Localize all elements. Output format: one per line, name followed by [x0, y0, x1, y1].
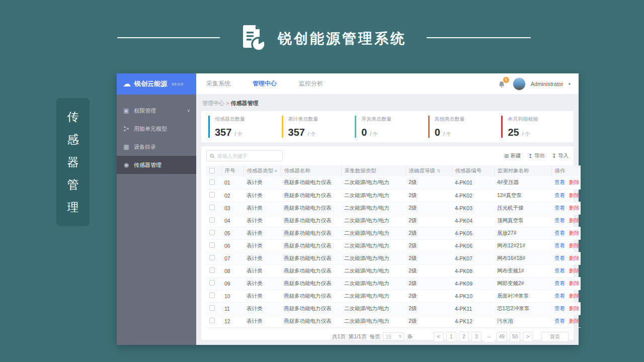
table-row: 08 表计类 燕赵多功能电力仪表 二次能源/电力/电力 2级 4-PK08 网布…	[206, 264, 581, 277]
app-logo-name: 锐创云能源	[134, 79, 167, 88]
user-name[interactable]: Administrator	[531, 81, 564, 87]
topnav-item[interactable]: 管理中心	[253, 79, 277, 88]
cell-no: 10	[221, 290, 244, 302]
cell-accuracy: 2级	[406, 252, 452, 264]
view-link[interactable]: 查看	[554, 255, 565, 261]
row-checkbox[interactable]	[209, 267, 215, 273]
vertical-tab-char: 管	[67, 179, 79, 191]
delete-link[interactable]: 删除	[569, 318, 580, 324]
page-number-button[interactable]: 50	[510, 332, 520, 342]
cell-target-name: 芯1芯2冲浆泵	[494, 302, 551, 315]
view-link[interactable]: 查看	[554, 205, 565, 211]
topnav-item[interactable]: 采集系统	[206, 79, 230, 88]
toolbar-button[interactable]: ↥ 导出	[528, 152, 545, 159]
delete-link[interactable]: 删除	[569, 242, 580, 248]
toolbar-button[interactable]: ⊞ 新建	[504, 152, 521, 159]
sort-icon[interactable]: ⇅	[437, 168, 441, 173]
sidebar-item[interactable]: ▣ 权限管理 ∨	[117, 102, 196, 120]
view-link[interactable]: 查看	[554, 280, 565, 286]
cell-accuracy: 2级	[406, 290, 452, 302]
toolbar-button[interactable]: ↧ 导入	[552, 152, 569, 159]
row-checkbox[interactable]	[209, 280, 215, 286]
view-link[interactable]: 查看	[554, 179, 565, 185]
vertical-tab-char: 器	[67, 156, 79, 168]
avatar[interactable]	[513, 77, 526, 90]
breadcrumb-separator: >	[226, 100, 229, 106]
table-row: 06 表计类 燕赵多功能电力仪表 二次能源/电力/电力 2级 4-PK06 网布…	[206, 239, 581, 252]
view-link[interactable]: 查看	[554, 267, 565, 274]
share-nodes-icon	[123, 126, 130, 132]
delete-link[interactable]: 删除	[569, 179, 580, 185]
banner-rule-left	[117, 37, 220, 38]
delete-link[interactable]: 删除	[569, 217, 580, 223]
cell-no: 06	[221, 239, 244, 252]
view-link[interactable]: 查看	[554, 230, 565, 236]
delete-link[interactable]: 删除	[569, 230, 580, 236]
delete-link[interactable]: 删除	[569, 293, 580, 299]
per-page-stepper-icon[interactable]: ⇅	[398, 334, 402, 339]
page-number-button[interactable]: 1	[446, 332, 456, 342]
delete-link[interactable]: 删除	[569, 280, 580, 286]
filter-icon[interactable]: ▾	[275, 168, 277, 173]
view-link[interactable]: 查看	[554, 318, 565, 324]
row-checkbox[interactable]	[209, 242, 215, 248]
cell-sensor-name: 燕赵多功能电力仪表	[281, 290, 341, 302]
cell-target-name: 网布16#18#	[494, 252, 551, 264]
next-page-button[interactable]: >	[523, 332, 533, 342]
sidebar-item[interactable]: 用能单元模型 ∨	[117, 120, 196, 138]
cell-data-type: 二次能源/电力/电力	[341, 290, 406, 302]
cell-no: 09	[221, 277, 244, 290]
delete-link[interactable]: 删除	[569, 205, 580, 211]
delete-link[interactable]: 删除	[569, 267, 580, 274]
row-checkbox[interactable]	[209, 205, 215, 210]
cell-sensor-code: 4-PK09	[452, 277, 494, 290]
col-header-target-name: 监测对象名称	[494, 165, 551, 176]
notification-bell-icon[interactable]: 5	[498, 79, 508, 89]
topnav-item[interactable]: 监控分析	[299, 79, 323, 88]
page-number-button[interactable]: 3	[471, 332, 481, 342]
search-input[interactable]	[217, 153, 279, 159]
view-link[interactable]: 查看	[554, 293, 565, 299]
breadcrumb-parent[interactable]: 管理中心	[202, 100, 224, 106]
row-checkbox[interactable]	[209, 305, 215, 311]
view-link[interactable]: 查看	[554, 192, 565, 198]
delete-link[interactable]: 删除	[569, 255, 580, 261]
table-row: 12 表计类 燕赵多功能电力仪表 二次能源/电力/电力 2级 4-PK12 污水…	[206, 315, 581, 327]
row-checkbox[interactable]	[209, 293, 215, 298]
home-page-button[interactable]: 首页	[541, 332, 569, 342]
row-checkbox[interactable]	[209, 192, 215, 198]
view-link[interactable]: 查看	[554, 242, 565, 248]
row-checkbox[interactable]	[209, 179, 215, 185]
cell-data-type: 二次能源/电力/电力	[341, 277, 406, 290]
sidebar-item[interactable]: ◉ 传感器管理 ∨	[117, 156, 196, 174]
cell-sensor-name: 燕赵多功能电力仪表	[281, 202, 341, 214]
cell-accuracy: 2级	[406, 176, 452, 189]
user-menu-caret-icon[interactable]: ▾	[568, 81, 571, 86]
cell-sensor-type: 表计类	[244, 315, 281, 327]
view-link[interactable]: 查看	[554, 217, 565, 223]
stat-value: 357	[215, 127, 231, 137]
pager: < 123--4950 > 首页	[434, 332, 569, 342]
cell-sensor-name: 燕赵多功能电力仪表	[281, 264, 341, 277]
per-page-value[interactable]: 15	[385, 334, 391, 340]
row-checkbox[interactable]	[209, 217, 215, 223]
toolbar-button-label: 导入	[558, 152, 569, 159]
cell-data-type: 二次能源/电力/电力	[341, 302, 406, 315]
cell-target-name: 顶网真空泵	[494, 214, 551, 227]
prev-page-button[interactable]: <	[434, 332, 444, 342]
page-number-button[interactable]: 2	[459, 332, 469, 342]
row-checkbox[interactable]	[209, 255, 215, 260]
row-checkbox[interactable]	[209, 318, 215, 323]
delete-link[interactable]: 删除	[569, 192, 580, 198]
stat-unit: / 个	[370, 131, 378, 138]
view-link[interactable]: 查看	[554, 305, 565, 311]
sidebar-item[interactable]: ▦ 设备目录 ∨	[117, 138, 196, 156]
select-all-checkbox[interactable]	[209, 168, 215, 173]
cell-no: 03	[221, 202, 244, 214]
delete-link[interactable]: 删除	[569, 305, 580, 311]
page-number-button[interactable]: 49	[497, 332, 507, 342]
pagination-summary: 共1页 第1/1页 每页 15 ⇅ 条	[332, 332, 413, 341]
row-checkbox[interactable]	[209, 230, 215, 235]
table-body: 01 表计类 燕赵多功能电力仪表 二次能源/电力/电力 2级 4-PK01 4#…	[206, 176, 581, 327]
stat-value: 25	[508, 127, 519, 137]
